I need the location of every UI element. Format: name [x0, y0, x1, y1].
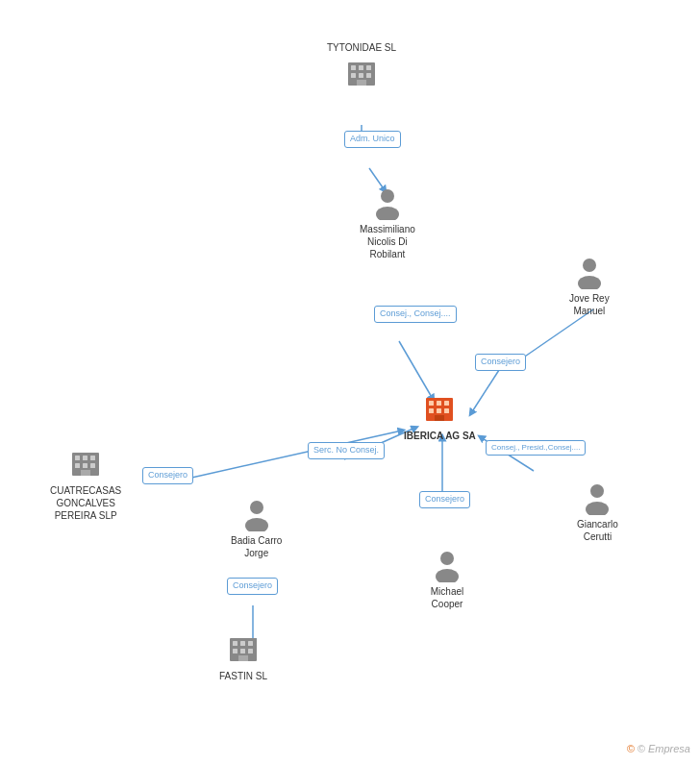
svg-point-20	[583, 259, 596, 272]
watermark: © © Empresa	[627, 743, 690, 754]
svg-rect-14	[351, 73, 356, 78]
svg-point-32	[440, 552, 454, 565]
svg-point-21	[578, 276, 601, 289]
giancarlo-label: Giancarlo Cerutti	[577, 518, 618, 543]
svg-rect-29	[435, 415, 444, 421]
svg-rect-50	[248, 649, 253, 653]
svg-rect-13	[366, 65, 371, 70]
badia-node: Badia Carro Jorge	[231, 497, 282, 559]
serc-no-consej-badge: Serc. No Consej.	[308, 442, 385, 459]
svg-point-18	[381, 189, 394, 203]
svg-rect-40	[90, 463, 95, 468]
svg-rect-39	[83, 463, 88, 468]
massimiliano-consej-badge: Consej., Consej....	[374, 306, 457, 323]
massimiliano-node: Massimiliano Nicolis Di Robilant	[360, 185, 415, 260]
jove-consejero-badge: Consejero	[475, 354, 526, 371]
svg-rect-46	[240, 641, 245, 646]
fastin-building-icon	[226, 632, 261, 667]
fastin-label: FASTIN SL	[219, 670, 267, 682]
iberica-building-icon	[422, 392, 457, 427]
jove-node: Jove Rey Manuel	[569, 255, 610, 317]
svg-rect-51	[238, 655, 248, 661]
svg-rect-49	[240, 649, 245, 653]
badia-consejero-badge: Consejero	[227, 578, 278, 595]
svg-rect-28	[444, 408, 449, 413]
jove-person-icon	[572, 255, 607, 289]
jove-label: Jove Rey Manuel	[569, 292, 610, 317]
svg-rect-41	[81, 470, 90, 476]
michael-label: Michael Cooper	[431, 585, 463, 610]
adm-unico-badge: Adm. Unico	[344, 131, 401, 148]
connection-lines	[0, 0, 700, 764]
giancarlo-node: Giancarlo Cerutti	[577, 481, 618, 543]
svg-rect-35	[75, 456, 80, 460]
svg-rect-37	[90, 456, 95, 460]
svg-point-19	[376, 207, 399, 220]
svg-point-43	[245, 518, 268, 531]
cuatrecasas-label: CUATRECASAS GONCALVES PEREIRA SLP	[50, 484, 121, 522]
svg-rect-45	[233, 641, 238, 646]
michael-person-icon	[430, 548, 464, 582]
svg-point-33	[436, 569, 459, 582]
svg-rect-25	[444, 401, 449, 406]
iberica-node: IBERICA AG SA	[404, 392, 476, 442]
svg-rect-47	[248, 641, 253, 646]
svg-rect-12	[359, 65, 363, 70]
svg-rect-38	[75, 463, 80, 468]
massimiliano-person-icon	[370, 185, 405, 220]
fastin-node: FASTIN SL	[219, 632, 267, 682]
badia-person-icon	[239, 497, 274, 531]
michael-consejero-badge: Consejero	[419, 491, 470, 508]
svg-rect-26	[429, 408, 434, 413]
svg-rect-36	[83, 456, 88, 460]
svg-rect-23	[429, 401, 434, 406]
badia-label: Badia Carro Jorge	[231, 534, 282, 559]
svg-point-31	[586, 502, 609, 515]
tytonidae-label: TYTONIDAE SL	[327, 41, 396, 54]
iberica-label: IBERICA AG SA	[404, 430, 476, 442]
svg-line-2	[399, 341, 433, 399]
cuatrecasas-consejero-badge: Consejero	[142, 467, 193, 484]
org-chart: TYTONIDAE SL Adm. Unico Massimiliano Nic…	[0, 0, 700, 764]
svg-rect-16	[366, 73, 371, 78]
tytonidae-building-icon	[344, 57, 379, 91]
svg-point-42	[250, 501, 263, 514]
svg-point-30	[590, 484, 604, 498]
tytonidae-node: TYTONIDAE SL	[327, 38, 396, 91]
svg-rect-15	[359, 73, 363, 78]
cuatrecasas-building-icon	[68, 447, 103, 481]
svg-rect-48	[233, 649, 238, 653]
cuatrecasas-node: CUATRECASAS GONCALVES PEREIRA SLP	[50, 447, 121, 522]
svg-rect-11	[351, 65, 356, 70]
massimiliano-label: Massimiliano Nicolis Di Robilant	[360, 223, 415, 260]
svg-rect-24	[437, 401, 441, 406]
svg-rect-17	[357, 80, 366, 86]
svg-rect-27	[437, 408, 441, 413]
michael-node: Michael Cooper	[430, 548, 464, 610]
giancarlo-badge: Consej., Presid.,Consej....	[486, 440, 586, 456]
giancarlo-person-icon	[580, 481, 614, 515]
